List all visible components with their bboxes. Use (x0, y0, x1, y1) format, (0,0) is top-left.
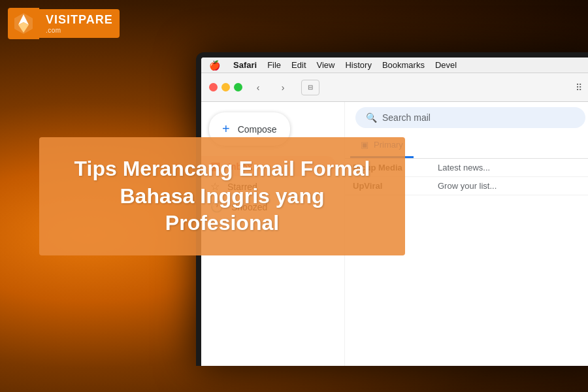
safari-toolbar: ‹ › ⊟ ⠿ (201, 73, 588, 102)
logo-text-box: VISITPARE .com (39, 9, 120, 38)
new-tab-grid-icon[interactable]: ⠿ (570, 80, 588, 95)
overlay-title: Tips Merancang Email Formal Bahasa Inggr… (60, 155, 384, 237)
forward-button[interactable]: › (274, 80, 292, 95)
close-button[interactable] (209, 83, 218, 91)
compose-label: Compose (238, 124, 277, 135)
menu-edit[interactable]: Edit (291, 60, 306, 70)
minimize-button[interactable] (221, 83, 230, 91)
traffic-lights (209, 83, 242, 91)
tab-overview-icon[interactable]: ⊟ (301, 80, 319, 95)
menu-develop[interactable]: Devel (435, 60, 457, 70)
menu-bookmarks[interactable]: Bookmarks (382, 60, 425, 70)
logo-badge (8, 8, 39, 39)
email-subject: Grow your list... (438, 181, 588, 191)
menu-view[interactable]: View (317, 60, 335, 70)
apple-logo-icon: 🍎 (209, 60, 220, 71)
overlay-title-line1: Tips Merancang Email Formal (74, 157, 370, 180)
logo-name: VISITPARE (46, 13, 113, 27)
email-subject: Latest news... (438, 163, 588, 172)
visitpare-logo: VISITPARE .com (8, 8, 120, 39)
overlay-banner: Tips Merancang Email Formal Bahasa Inggr… (39, 137, 405, 255)
menu-history[interactable]: History (345, 60, 371, 70)
gmail-search-bar[interactable]: 🔍 Search mail (355, 107, 585, 128)
logo-domain: .com (46, 27, 113, 34)
macos-menubar: 🍎 Safari File Edit View History Bookmark… (201, 57, 588, 73)
search-icon: 🔍 (366, 112, 377, 123)
menu-safari[interactable]: Safari (233, 60, 257, 70)
maximize-button[interactable] (234, 83, 242, 91)
overlay-title-line2: Bahasa Inggris yang Profesional (120, 184, 325, 235)
compose-plus-icon: + (222, 122, 230, 137)
menu-file[interactable]: File (267, 60, 281, 70)
back-button[interactable]: ‹ (249, 80, 267, 95)
search-placeholder: Search mail (382, 112, 431, 123)
logo-icon (13, 12, 34, 35)
